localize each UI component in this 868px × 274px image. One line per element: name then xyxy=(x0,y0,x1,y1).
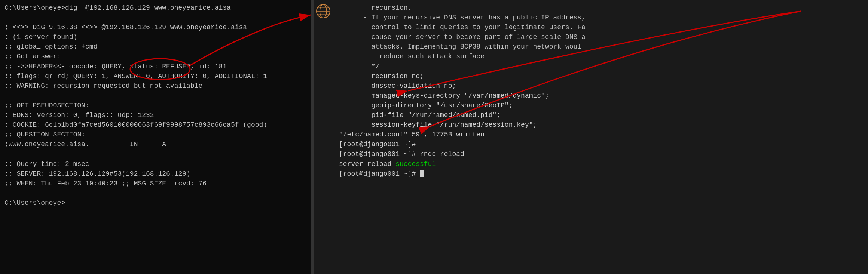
left-terminal: C:\Users\oneye>dig @192.168.126.129 www.… xyxy=(0,0,311,274)
r-line-1: recursion. xyxy=(339,3,862,13)
line-6: ;; Got answer: xyxy=(4,52,306,61)
line-14: ;; QUESTION SECTION: xyxy=(4,130,306,139)
globe-icon xyxy=(316,4,331,19)
right-terminal-content: recursion. - If your recursive DNS serve… xyxy=(339,3,862,179)
line-4: ; (1 server found) xyxy=(4,32,306,42)
line-13: ; COOKIE: 6c1b1bd0fa7ced560100000063f69f… xyxy=(4,120,306,130)
line-8: ;; flags: qr rd; QUERY: 1, ANSWER: 0, AU… xyxy=(4,71,306,81)
line-1: C:\Users\oneye>dig @192.168.126.129 www.… xyxy=(4,3,306,13)
r-line-6: reduce such attack surface xyxy=(339,52,862,61)
line-7: ;; ->>HEADER<<- opcode: QUERY, status: R… xyxy=(4,62,306,71)
right-terminal: recursion. - If your recursive DNS serve… xyxy=(333,0,868,274)
r-line-22: [root@django001 ~]# xyxy=(339,169,862,179)
r-line-20: [root@django001 ~]# rndc reload xyxy=(339,149,862,159)
line-empty-4 xyxy=(4,188,306,198)
r-line-4: cause your server to become part of larg… xyxy=(339,32,862,42)
line-18: ;; SERVER: 192.168.126.129#53(192.168.12… xyxy=(4,169,306,179)
r-line-3: control to limit queries to your legitim… xyxy=(339,22,862,32)
line-9: ;; WARNING: recursion requested but not … xyxy=(4,81,306,91)
r-line-16: session-keyfile "/run/named/session.key"… xyxy=(339,120,862,130)
r-line-8: recursion no; xyxy=(339,71,862,81)
globe-area xyxy=(314,0,333,274)
panel-divider xyxy=(311,0,314,274)
line-empty-3 xyxy=(4,149,306,159)
success-text: successful xyxy=(395,160,436,168)
r-line-7: */ xyxy=(339,62,862,71)
r-line-15: pid-file "/run/named/named.pid"; xyxy=(339,110,862,120)
r-line-5: attacks. Implementing BCP38 within your … xyxy=(339,42,862,52)
line-3: ; <<>> DiG 9.16.38 <<>> @192.168.126.129… xyxy=(4,22,306,32)
r-line-18: "/etc/named.conf" 59L, 1775B written xyxy=(339,130,862,139)
r-line-19: [root@django001 ~]# xyxy=(339,139,862,149)
left-terminal-content: C:\Users\oneye>dig @192.168.126.129 www.… xyxy=(4,3,306,208)
r-line-2: - If your recursive DNS server has a pub… xyxy=(339,13,862,22)
line-15: ;www.oneyearice.aisa. IN A xyxy=(4,139,306,149)
line-21: C:\Users\oneye> xyxy=(4,198,306,208)
line-empty-1 xyxy=(4,13,306,22)
line-12: ; EDNS: version: 0, flags:; udp: 1232 xyxy=(4,110,306,120)
line-17: ;; Query time: 2 msec xyxy=(4,159,306,169)
line-19: ;; WHEN: Thu Feb 23 19:40:23 ;; MSG SIZE… xyxy=(4,179,306,188)
line-11: ;; OPT PSEUDOSECTION: xyxy=(4,101,306,110)
line-5: ;; global options: +cmd xyxy=(4,42,306,52)
terminal-cursor xyxy=(420,170,424,177)
r-line-21: server reload successful xyxy=(339,159,862,169)
r-line-13: geoip-directory "/usr/share/GeoIP"; xyxy=(339,101,862,110)
line-empty-2 xyxy=(4,91,306,101)
r-line-10: dnssec-validation no; xyxy=(339,81,862,91)
r-line-12: managed-keys-directory "/var/named/dynam… xyxy=(339,91,862,101)
